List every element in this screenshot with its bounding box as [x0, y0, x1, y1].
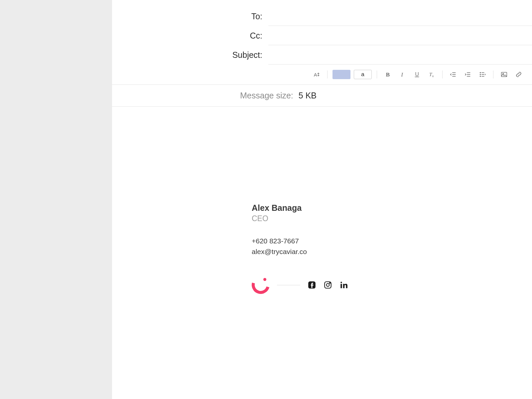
svg-text:B: B — [386, 71, 390, 78]
svg-point-13 — [480, 72, 481, 73]
insert-image-button[interactable] — [497, 68, 511, 80]
cc-input[interactable] — [268, 26, 532, 45]
svg-text:x: x — [432, 74, 434, 78]
message-size-value: 5 KB — [299, 91, 317, 100]
signature-email: alex@trycaviar.co — [252, 246, 532, 257]
underline-button[interactable]: U — [410, 68, 424, 80]
svg-text:A: A — [314, 72, 317, 77]
sidebar-panel — [0, 0, 112, 399]
svg-point-24 — [330, 283, 331, 284]
svg-point-23 — [327, 284, 330, 287]
signature-phone: +620 823-7667 — [252, 236, 532, 246]
message-size-label: Message size: — [240, 91, 293, 100]
format-toolbar: A a B I U Tx — [112, 65, 532, 85]
font-size-button[interactable]: A — [310, 68, 323, 80]
clear-format-button[interactable]: Tx — [425, 68, 438, 80]
linkedin-icon[interactable] — [339, 281, 348, 289]
insert-link-button[interactable] — [512, 68, 525, 80]
signature-divider — [277, 285, 300, 285]
text-color-button[interactable]: a — [354, 70, 372, 79]
subject-input[interactable] — [268, 45, 532, 65]
svg-point-15 — [480, 74, 481, 75]
to-label: To: — [112, 12, 268, 21]
signature-footer — [252, 276, 532, 294]
message-body[interactable]: Alex Banaga CEO +620 823-7667 alex@tryca… — [112, 107, 532, 399]
highlight-color-button[interactable] — [332, 70, 350, 79]
signature-block: Alex Banaga CEO +620 823-7667 alex@tryca… — [252, 203, 532, 294]
signature-contact: +620 823-7667 alex@trycaviar.co — [252, 236, 532, 257]
outdent-button[interactable] — [447, 68, 460, 80]
svg-text:I: I — [401, 71, 403, 78]
to-row: To: — [112, 7, 532, 26]
toolbar-separator — [327, 70, 328, 78]
toolbar-separator — [493, 70, 493, 78]
cc-label: Cc: — [112, 31, 268, 41]
cc-row: Cc: — [112, 26, 532, 45]
signature-name: Alex Banaga — [252, 203, 532, 213]
message-size-bar: Message size: 5 KB — [112, 85, 532, 107]
svg-text:U: U — [415, 71, 419, 77]
list-button[interactable] — [476, 68, 489, 80]
signature-title: CEO — [252, 214, 532, 223]
compose-pane: To: Cc: Subject: A a B I U — [112, 0, 532, 399]
to-input[interactable] — [268, 7, 532, 26]
toolbar-separator — [377, 70, 377, 78]
svg-point-25 — [340, 282, 342, 283]
italic-button[interactable]: I — [396, 68, 409, 80]
company-logo-icon — [252, 276, 270, 294]
compose-header: To: Cc: Subject: — [112, 0, 532, 65]
subject-label: Subject: — [112, 50, 268, 60]
bold-button[interactable]: B — [381, 68, 394, 80]
instagram-icon[interactable] — [324, 281, 332, 289]
facebook-icon[interactable] — [308, 281, 316, 289]
toolbar-separator — [442, 70, 443, 78]
subject-row: Subject: — [112, 45, 532, 65]
indent-button[interactable] — [461, 68, 474, 80]
svg-rect-26 — [340, 284, 342, 288]
svg-point-17 — [480, 76, 481, 77]
